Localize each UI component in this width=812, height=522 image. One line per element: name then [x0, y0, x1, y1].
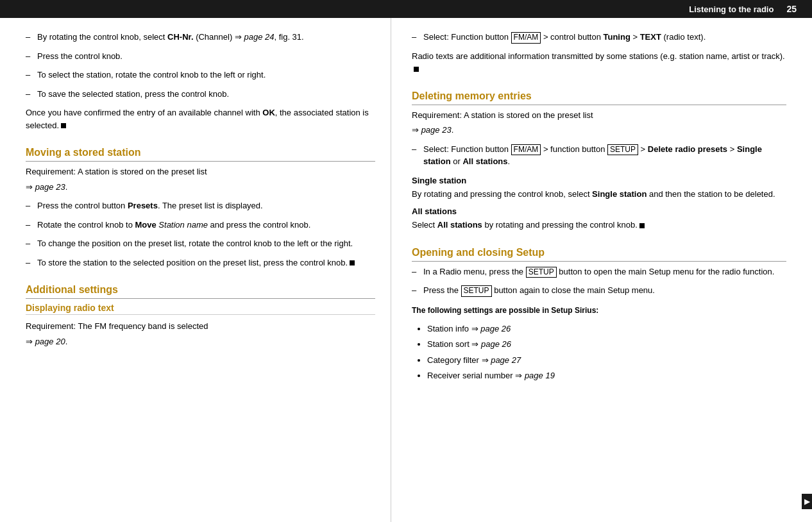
bullet-content: Select: Function button FM/AM > function…	[423, 143, 786, 168]
boxed-setup3: SETUP	[461, 285, 492, 297]
end-block	[350, 260, 355, 265]
opening-section-heading: Opening and closing Setup	[412, 247, 786, 262]
list-item: – To select the station, rotate the cont…	[26, 69, 375, 81]
list-item: – Press the SETUP button again to close …	[412, 284, 786, 297]
ok-paragraph: Once you have confirmed the entry of an …	[26, 106, 375, 131]
bullet-dash: –	[26, 219, 37, 232]
boxed-fmam: FM/AM	[511, 32, 541, 44]
italic-page27: page 27	[491, 355, 521, 365]
bullet-content: Press the SETUP button again to close th…	[423, 284, 786, 297]
bullet-content: In a Radio menu, press the SETUP button …	[423, 265, 786, 278]
bold-presets: Presets	[128, 201, 158, 210]
content-area: – By rotating the control knob, select C…	[0, 18, 812, 522]
following-text: The following settings are possible in S…	[412, 305, 786, 316]
bullet-content: To store the station to the selected pos…	[37, 257, 375, 269]
req-fm: Requirement: The FM frequency band is se…	[26, 320, 375, 333]
header-bar: Listening to the radio 25	[0, 0, 812, 18]
bullet-dash: –	[26, 237, 37, 250]
bullet-content: Press the control knob.	[37, 50, 375, 63]
list-item: – Press the control button Presets. The …	[26, 199, 375, 212]
right-column: – Select: Function button FM/AM > contro…	[391, 18, 812, 522]
all-stations-text: Select All stations by rotating and pres…	[412, 219, 786, 232]
single-station-heading: Single station	[412, 176, 786, 185]
requirement-text: Requirement: A station is stored on the …	[26, 165, 375, 178]
req-deleting: Requirement: A station is stored on the …	[412, 109, 786, 122]
bullet-content: Select: Function button FM/AM > control …	[423, 31, 786, 44]
radio-text-paragraph: Radio texts are additional information t…	[412, 50, 786, 75]
list-item: Category filter ⇒ page 27	[427, 354, 786, 367]
page-ref: ⇒ page 23.	[26, 181, 375, 194]
italic-page24: page 24	[244, 32, 274, 42]
list-item: – Rotate the control knob to Move Statio…	[26, 219, 375, 232]
list-item: Station sort ⇒ page 26	[427, 338, 786, 351]
boxed-setup: SETUP	[607, 144, 638, 156]
bullet-dash: –	[26, 88, 37, 101]
bullet-content: By rotating the control knob, select CH-…	[37, 31, 375, 44]
list-item: – Select: Function button FM/AM > functi…	[412, 143, 786, 168]
bullet-dash: –	[26, 31, 37, 44]
bullet-dash: –	[26, 50, 37, 63]
bold-delete-radio: Delete radio presets	[648, 144, 727, 154]
italic-page23-left: page 23	[35, 182, 65, 192]
italic-page20: page 20	[35, 337, 65, 346]
setup-list: Station info ⇒ page 26 Station sort ⇒ pa…	[412, 323, 786, 382]
left-column: – By rotating the control knob, select C…	[0, 18, 391, 522]
bold-single: Single station	[592, 189, 647, 199]
bullet-content: To save the selected station, press the …	[37, 88, 375, 101]
all-stations-heading: All stations	[412, 206, 786, 216]
page-ref-fm: ⇒ page 20.	[26, 335, 375, 348]
list-item: – To save the selected station, press th…	[26, 88, 375, 101]
bullet-dash: –	[412, 143, 423, 168]
list-item: – To change the position on the preset l…	[26, 237, 375, 250]
italic-page23-right: page 23	[421, 125, 452, 135]
bullet-dash: –	[412, 284, 423, 297]
page-container: Listening to the radio 25 – By rotating …	[0, 0, 812, 522]
bullet-content: To select the station, rotate the contro…	[37, 69, 375, 81]
italic-page26b: page 26	[481, 339, 511, 349]
list-item: – Select: Function button FM/AM > contro…	[412, 31, 786, 44]
list-item: – In a Radio menu, press the SETUP butto…	[412, 265, 786, 278]
bullet-content: Press the control button Presets. The pr…	[37, 199, 375, 212]
italic-page19: page 19	[525, 371, 555, 380]
displaying-radio-text-heading: Displaying radio text	[26, 303, 375, 315]
bold-tuning: Tuning	[603, 32, 630, 42]
list-item: – Press the control knob.	[26, 50, 375, 63]
bullet-dash: –	[26, 257, 37, 269]
list-item: Station info ⇒ page 26	[427, 323, 786, 335]
bullet-dash: –	[26, 69, 37, 81]
end-block	[61, 123, 66, 128]
italic-page26a: page 26	[480, 324, 511, 333]
bullet-dash: –	[26, 199, 37, 212]
bullet-dash: –	[412, 31, 423, 44]
moving-section-heading: Moving a stored station	[26, 147, 375, 162]
bullet-content: To change the position on the preset lis…	[37, 237, 375, 250]
single-station-text: By rotating and pressing the control kno…	[412, 188, 786, 201]
bold-all: All stations	[437, 220, 482, 230]
list-item: – By rotating the control knob, select C…	[26, 31, 375, 44]
bold-move: Move	[135, 220, 156, 230]
bold-chnr: CH-Nr.	[167, 32, 193, 42]
page-number: 25	[781, 3, 802, 15]
page-ref-delete: ⇒ page 23.	[412, 124, 786, 137]
additional-section-heading: Additional settings	[26, 284, 375, 299]
arrow-icon: ▶	[804, 497, 810, 506]
boxed-fmam2: FM/AM	[511, 144, 541, 156]
list-item: Receiver serial number ⇒ page 19	[427, 369, 786, 382]
end-block	[639, 223, 645, 228]
bold-text: TEXT	[640, 32, 661, 42]
bold-all-stations: All stations	[462, 156, 507, 166]
end-block	[414, 67, 419, 72]
deleting-section-heading: Deleting memory entries	[412, 90, 786, 105]
boxed-setup2: SETUP	[526, 267, 557, 278]
next-page-arrow[interactable]: ▶	[802, 494, 812, 509]
list-item: – To store the station to the selected p…	[26, 257, 375, 269]
bold-ok: OK	[262, 108, 275, 117]
bullet-dash: –	[412, 265, 423, 278]
italic-stationname: Station name	[158, 220, 208, 230]
bullet-content: Rotate the control knob to Move Station …	[37, 219, 375, 232]
header-title: Listening to the radio	[0, 4, 781, 14]
